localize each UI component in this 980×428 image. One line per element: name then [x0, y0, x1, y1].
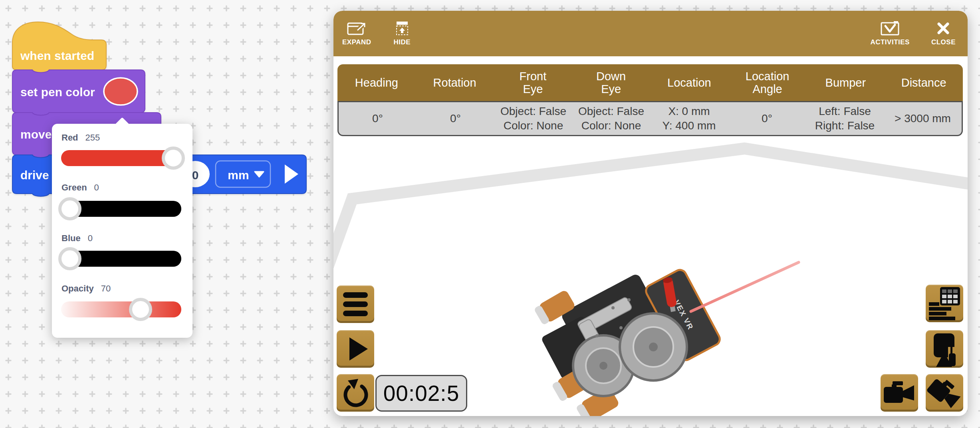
pen-color-swatch[interactable]: [104, 78, 137, 105]
opacity-value: 70: [101, 283, 111, 294]
play-icon: [337, 330, 374, 368]
hide-icon: [395, 21, 410, 36]
red-value: 255: [85, 133, 100, 143]
field-viewport: VEX VR: [333, 136, 968, 416]
field-3d-view: VEX VR: [333, 136, 968, 416]
dashboard-column-header: DownEye: [572, 70, 650, 96]
green-slider-track[interactable]: [61, 201, 181, 217]
blue-slider-track[interactable]: [61, 251, 181, 267]
close-icon: [936, 21, 951, 36]
green-slider-row: Green 0: [61, 182, 99, 193]
reset-icon: [337, 374, 374, 412]
dashboard-column-header: Heading: [337, 76, 416, 89]
camera-angle-button[interactable]: [926, 374, 963, 412]
dashboard-cell-value: 0°: [728, 111, 806, 126]
green-label: Green: [61, 182, 87, 193]
dashboard-cell-value: 0°: [417, 111, 494, 126]
red-label: Red: [61, 133, 78, 143]
dashboard-cell-value: 0°: [339, 111, 417, 126]
red-slider-row: Red 255: [61, 133, 100, 143]
opacity-slider-thumb[interactable]: [129, 298, 152, 321]
expand-label: EXPAND: [342, 38, 371, 46]
hat-block-shape: [12, 22, 106, 73]
move-label: move: [20, 128, 52, 141]
menu-button[interactable]: [337, 285, 374, 323]
robot-wheel-right: [620, 313, 687, 380]
field-wall-band: [333, 149, 968, 269]
hamburger-menu-icon: [337, 285, 374, 323]
camera-view-button[interactable]: [881, 374, 918, 412]
simulation-timer: 00:02:5: [375, 375, 467, 412]
activities-label: ACTIVITIES: [870, 38, 910, 46]
drive-value-text: 0: [192, 168, 199, 182]
dashboard-cell-value: Object: FalseColor: None: [572, 104, 650, 133]
dashboard-column-header: Rotation: [416, 76, 494, 89]
pen-tool-button[interactable]: [926, 330, 963, 368]
video-camera-icon: [881, 374, 918, 412]
pen-laser-beam: [691, 262, 799, 311]
green-value: 0: [94, 182, 99, 193]
simulator-toolbar: EXPAND HIDE ACTIVITIES CLOSE: [333, 11, 968, 56]
dashboard-cell-value: X: 0 mmY: 400 mm: [650, 104, 728, 133]
dashboard-toggle-button[interactable]: [926, 285, 963, 322]
tilted-video-camera-icon: [926, 374, 963, 412]
sensor-dashboard-table: HeadingRotationFrontEyeDownEyeLocationLo…: [337, 64, 963, 136]
close-button[interactable]: CLOSE: [931, 21, 956, 46]
dashboard-column-header: FrontEye: [494, 70, 572, 96]
dashboard-cell-value: > 3000 mm: [884, 111, 962, 126]
dashboard-column-header: Location: [650, 76, 728, 89]
close-label: CLOSE: [931, 38, 956, 46]
expand-button[interactable]: EXPAND: [342, 21, 371, 46]
dashboard-header-row: HeadingRotationFrontEyeDownEyeLocationLo…: [337, 64, 963, 101]
vr-robot: VEX VR: [533, 268, 722, 416]
activities-icon: [881, 21, 900, 36]
opacity-slider-row: Opacity 70: [61, 283, 111, 294]
expand-icon: [347, 21, 366, 36]
dashboard-cell-value: Object: FalseColor: None: [494, 104, 572, 133]
set-pen-color-label: set pen color: [20, 85, 95, 99]
red-slider-thumb[interactable]: [162, 147, 185, 170]
play-button[interactable]: [337, 330, 374, 368]
activities-button[interactable]: ACTIVITIES: [870, 21, 910, 46]
dashboard-cell-value: Left: FalseRight: False: [806, 104, 884, 133]
hide-button[interactable]: HIDE: [394, 21, 411, 46]
monitor-pen-icon: [926, 330, 963, 368]
dashboard-value-row: 0°0°Object: FalseColor: NoneObject: Fals…: [337, 101, 963, 136]
dashboard-column-header: Distance: [885, 76, 963, 89]
block-set-pen-color[interactable]: set pen color: [12, 70, 145, 115]
opacity-label: Opacity: [61, 283, 94, 294]
hide-label: HIDE: [394, 38, 411, 46]
opacity-slider-track[interactable]: [61, 301, 181, 317]
blue-value: 0: [88, 233, 93, 244]
blue-label: Blue: [61, 233, 81, 244]
pen-color-picker-popup: Red 255 Green 0 Blue 0 Opacity 70: [52, 124, 192, 338]
blue-slider-thumb[interactable]: [58, 247, 81, 270]
dashboard-column-header: LocationAngle: [728, 70, 807, 96]
drive-label: drive: [20, 168, 49, 182]
reset-button[interactable]: [337, 374, 374, 412]
when-started-label: when started: [20, 49, 94, 62]
blue-slider-row: Blue 0: [61, 233, 93, 244]
simulator-panel: EXPAND HIDE ACTIVITIES CLOSE: [333, 11, 968, 416]
red-slider-track[interactable]: [61, 150, 181, 166]
block-when-started[interactable]: when started: [12, 22, 106, 73]
drive-unit-label: mm: [228, 168, 249, 182]
green-slider-thumb[interactable]: [58, 197, 81, 220]
dashboard-column-header: Bumper: [807, 76, 885, 89]
dashboard-icon: [926, 285, 963, 322]
